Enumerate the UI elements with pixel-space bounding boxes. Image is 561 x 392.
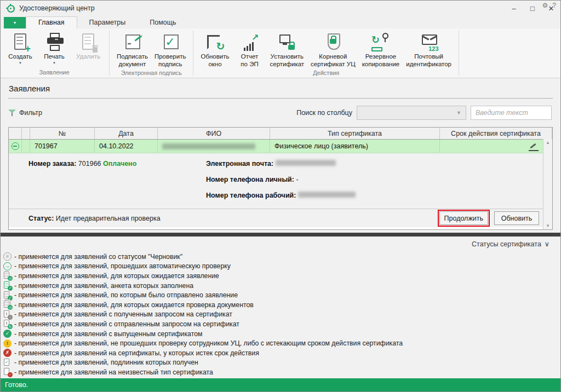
legend-item: ✓ - применяется для заявлений, по которы… xyxy=(3,290,558,300)
chevron-down-icon: ▼ xyxy=(456,110,461,116)
vertical-scrollbar[interactable]: ▲ ▼ xyxy=(543,139,552,229)
annotation-highlight: Продолжить xyxy=(438,210,490,227)
status-unknown-type-icon: − xyxy=(3,368,12,376)
window-title: Удостоверяющий центр xyxy=(19,4,95,12)
print-button[interactable]: Печать ▼ xyxy=(38,31,71,66)
row-details-panel: Номер заказа: 701966 Оплачено Электронна… xyxy=(9,153,552,209)
new-document-icon: + xyxy=(9,32,31,52)
install-certificate-button[interactable]: Установить сертификат xyxy=(267,31,307,70)
ribbon: + Создать ▼ Печать ▼ Удалить Заявление П… xyxy=(1,28,560,78)
backup-key-icon xyxy=(370,32,392,52)
sign-document-icon xyxy=(121,32,143,52)
indicator-column-header[interactable] xyxy=(22,128,30,139)
cell-number: 701967 xyxy=(30,140,95,153)
file-menu-button[interactable]: ▼ xyxy=(4,17,26,28)
continue-button[interactable]: Продолжить xyxy=(439,211,488,225)
maximize-button[interactable]: □ xyxy=(523,1,542,16)
printer-icon xyxy=(43,32,65,52)
panel-splitter[interactable] xyxy=(1,233,560,237)
table-row[interactable]: 701967 04.10.2022 Физическое лицо (заяви… xyxy=(9,140,552,153)
chevron-down-icon: ∨ xyxy=(545,240,549,248)
legend-item: ◷ - применяется для заявлений, для котор… xyxy=(3,271,558,281)
search-input[interactable] xyxy=(471,106,552,120)
cell-cert-type: Физическое лицо (заявитель) xyxy=(270,140,440,153)
status-application-sent-icon: ✓ xyxy=(3,291,12,299)
ribbon-group-application: + Создать ▼ Печать ▼ Удалить Заявление xyxy=(1,28,108,78)
status-legend: ≡ - применяется для заявлений со статусо… xyxy=(3,252,558,377)
page-title: Заявления xyxy=(9,84,50,93)
order-number-label: Номер заказа: xyxy=(28,160,76,168)
status-warning-expiring-icon: ! xyxy=(3,339,12,348)
scroll-down-icon[interactable]: ▼ xyxy=(546,223,550,228)
table-header-row: № Дата ФИО Тип сертификата Срок действия… xyxy=(9,128,552,140)
ribbon-separator xyxy=(459,31,459,76)
sign-document-button[interactable]: Подписать документ xyxy=(114,31,151,70)
settings-icon[interactable]: ⚙ xyxy=(542,2,548,9)
refresh-window-icon xyxy=(204,32,226,52)
ribbon-group-esignature: Подписать документ ✓ Проверить подпись Э… xyxy=(111,28,192,78)
legend-item: ◷ - применяется для заявлений, для котор… xyxy=(3,300,558,310)
legend-item: → - применяется для заявлений, прошедших… xyxy=(3,262,558,272)
status-request-sent-icon: !↻ xyxy=(3,320,12,328)
column-header-fio[interactable]: ФИО xyxy=(158,128,270,139)
column-header-number[interactable]: № xyxy=(30,128,95,139)
dropdown-arrow-icon: ▼ xyxy=(19,61,22,65)
tab-main[interactable]: Главная xyxy=(26,16,77,28)
mail-identifier-button[interactable]: Почтовый идентификатор xyxy=(403,31,454,70)
status-expired-icon: ✗ xyxy=(3,349,12,357)
work-phone-label: Номер телефона рабочий: xyxy=(206,192,296,199)
legend-item: ✓ - применяется для заявлений, подлинник… xyxy=(3,358,558,368)
status-bar: Готово. xyxy=(1,378,560,391)
legend-item: ✗ - применяется для заявлений на сертифи… xyxy=(3,348,558,358)
column-header-cert-type[interactable]: Тип сертификата xyxy=(270,128,440,139)
legend-item: ≡ - применяется для заявлений со статусо… xyxy=(3,252,558,262)
filter-icon xyxy=(8,109,16,117)
column-header-date[interactable]: Дата xyxy=(95,128,158,139)
tab-help[interactable]: Помощь xyxy=(138,17,188,28)
help-icon[interactable]: ? xyxy=(552,2,556,9)
minimize-button[interactable]: – xyxy=(505,1,523,16)
status-value: Идет предварительная проверка xyxy=(56,215,161,222)
tab-parameters[interactable]: Параметры xyxy=(77,17,138,28)
status-awaiting-application-icon: ◷ xyxy=(3,272,12,280)
delete-button[interactable]: Удалить xyxy=(72,31,105,62)
ribbon-separator xyxy=(109,31,110,76)
status-original-received-icon: ✓ xyxy=(3,359,12,367)
checkmark-box-icon: ✓ xyxy=(159,32,181,52)
scroll-up-icon[interactable]: ▲ xyxy=(546,140,550,145)
legend-item: ! - применяется для заявлений, не прошед… xyxy=(3,338,558,348)
dropdown-arrow-icon: ▼ xyxy=(53,61,56,65)
root-certificate-button[interactable]: Корневой сертификат УЦ xyxy=(308,31,358,70)
filter-button[interactable]: Фильтр xyxy=(19,109,42,117)
refresh-window-button[interactable]: Обновить окно xyxy=(198,31,232,70)
cell-date: 04.10.2022 xyxy=(95,140,158,153)
backup-button[interactable]: Резервное копирование xyxy=(359,31,403,70)
shield-lock-icon xyxy=(322,32,344,52)
create-button[interactable]: + Создать ▼ xyxy=(4,31,37,66)
status-column-header[interactable] xyxy=(9,128,22,139)
order-number-value: 701966 xyxy=(78,160,101,168)
search-column-select[interactable]: ▼ xyxy=(357,106,466,120)
ribbon-group-label: Электронная подпись xyxy=(111,70,192,78)
refresh-button[interactable]: Обновить xyxy=(494,211,539,225)
status-bar-text: Готово. xyxy=(5,381,28,389)
email-label: Электронная почта: xyxy=(206,160,273,168)
edit-validity-icon[interactable] xyxy=(529,141,539,151)
envelope-123-icon xyxy=(418,32,440,52)
cell-fio-redacted xyxy=(162,143,255,149)
esign-report-button[interactable]: Отчет по ЭП xyxy=(233,31,266,70)
legend-item: ✓ - применяется для заявлений, анкета ко… xyxy=(3,281,558,291)
status-docs-check-pending-icon: ◷ xyxy=(3,301,12,309)
email-value-redacted xyxy=(276,160,336,166)
collapse-row-icon[interactable] xyxy=(12,142,19,150)
verify-signature-button[interactable]: ✓ Проверить подпись xyxy=(152,31,189,70)
legend-item: − - применяется для заявлений на неизвес… xyxy=(3,367,558,377)
certificate-statuses-toggle[interactable]: Статусы сертификата ∨ xyxy=(472,240,549,248)
column-header-cert-validity[interactable]: Срок действия сертификата xyxy=(440,128,552,139)
ribbon-separator xyxy=(193,31,193,76)
status-draft-icon: ≡ xyxy=(3,252,12,261)
chart-report-icon xyxy=(239,32,261,52)
divider xyxy=(8,98,553,99)
title-bar: Удостоверяющий центр – □ ✕ xyxy=(1,1,560,16)
status-auto-checked-icon: → xyxy=(3,262,12,270)
